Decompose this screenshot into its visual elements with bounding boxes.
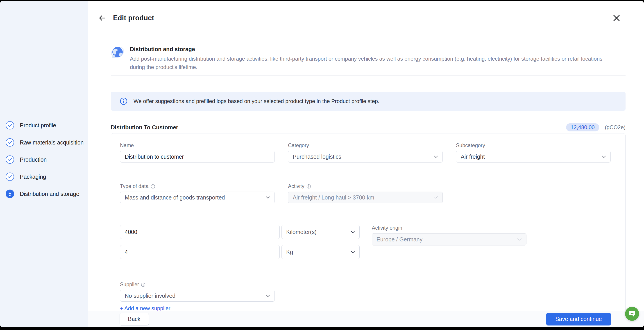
activity-select[interactable]: Air freight / Long haul > 3700 km xyxy=(288,192,443,203)
emission-unit: (gCO2e) xyxy=(605,124,626,131)
supplier-label: Supplier xyxy=(120,281,275,288)
info-banner: We offer suggestions and prefilled logs … xyxy=(111,92,626,111)
banner-text: We offer suggestions and prefilled logs … xyxy=(134,98,380,104)
row-type-activity: Type of data Mass and distance of goods … xyxy=(120,183,616,203)
sidebar-item-production[interactable]: Production xyxy=(6,155,84,164)
steps-sidebar: Product profile Raw materials acquisitio… xyxy=(0,1,88,327)
save-and-continue-button[interactable]: Save and continue xyxy=(546,313,611,325)
sidebar-item-product-profile[interactable]: Product profile xyxy=(6,121,84,130)
section-intro: Distribution and storage Add post-manufa… xyxy=(111,46,626,71)
activity-label: Activity xyxy=(288,183,443,189)
activity-origin-label: Activity origin xyxy=(372,225,526,231)
step-connector xyxy=(10,183,10,187)
chevron-down-icon xyxy=(351,251,355,253)
check-icon xyxy=(6,155,14,164)
screen: Product profile Raw materials acquisitio… xyxy=(0,0,644,330)
name-label: Name xyxy=(120,142,275,149)
step-label: Raw materials acquisition xyxy=(20,139,84,146)
check-icon xyxy=(6,138,14,147)
section-description: Add post-manufacturing distribution and … xyxy=(130,55,618,71)
name-input[interactable] xyxy=(120,151,275,163)
supplier-value: No supplier involved xyxy=(125,292,176,299)
activity-origin-select[interactable]: Europe / Germany xyxy=(372,233,526,245)
distance-row: Kilometer(s) xyxy=(120,225,360,239)
group-title: Distribution To Customer xyxy=(111,124,178,131)
step-label: Production xyxy=(20,156,47,163)
name-field-group: Name xyxy=(120,142,275,163)
sidebar-item-distribution-and-storage[interactable]: 5 Distribution and storage xyxy=(6,190,84,198)
subcategory-value: Air freight xyxy=(461,154,485,160)
supplier-field-group: Supplier No supplier involved + Add a ne… xyxy=(120,281,275,311)
info-icon xyxy=(120,97,128,105)
subcategory-label: Subcategory xyxy=(456,142,611,149)
check-icon xyxy=(6,121,14,130)
supplier-select[interactable]: No supplier involved xyxy=(120,290,275,301)
chevron-down-icon xyxy=(434,156,438,158)
group-heading-row: Distribution To Customer 12,480.00 (gCO2… xyxy=(111,123,626,131)
type-of-data-label-text: Type of data xyxy=(120,183,148,189)
mass-unit-select[interactable]: Kg xyxy=(282,245,360,259)
sidebar-item-packaging[interactable]: Packaging xyxy=(6,172,84,181)
distance-input[interactable] xyxy=(120,225,280,239)
close-icon[interactable] xyxy=(612,14,620,22)
info-icon xyxy=(306,184,311,189)
chevron-down-icon xyxy=(602,156,606,158)
category-field-group: Category Purchased logistics xyxy=(288,142,443,163)
stepper: Product profile Raw materials acquisitio… xyxy=(6,121,84,198)
supplier-label-text: Supplier xyxy=(120,281,139,288)
type-of-data-value: Mass and distance of goods transported xyxy=(125,194,225,201)
subcategory-select[interactable]: Air freight xyxy=(456,151,611,163)
modal-content: Distribution and storage Add post-manufa… xyxy=(88,35,644,311)
activity-label-text: Activity xyxy=(288,183,304,189)
step-connector xyxy=(10,166,10,170)
chat-launcher-button[interactable] xyxy=(625,307,639,321)
page-title: Edit product xyxy=(113,14,154,22)
chat-icon xyxy=(628,310,636,317)
row-quantities: Kilometer(s) Kg xyxy=(120,225,616,259)
chevron-down-icon xyxy=(434,196,438,199)
chevron-down-icon xyxy=(266,295,270,297)
type-of-data-select[interactable]: Mass and distance of goods transported xyxy=(120,192,275,203)
info-icon xyxy=(151,184,155,189)
step-connector xyxy=(10,149,10,153)
step-connector xyxy=(10,132,10,136)
quantities-column: Kilometer(s) Kg xyxy=(120,225,360,259)
chevron-down-icon xyxy=(266,196,270,199)
sidebar-item-raw-materials-acquisition[interactable]: Raw materials acquisition xyxy=(6,138,84,147)
main-panel: Edit product Distribution and storag xyxy=(88,1,644,327)
back-arrow-icon[interactable] xyxy=(97,13,107,23)
activity-origin-value: Europe / Germany xyxy=(376,236,422,243)
activity-origin-field-group: Activity origin Europe / Germany xyxy=(372,225,526,259)
chevron-down-icon xyxy=(351,231,355,233)
distance-unit-select[interactable]: Kilometer(s) xyxy=(282,225,360,239)
edit-product-modal: Product profile Raw materials acquisitio… xyxy=(0,1,644,327)
step-label: Product profile xyxy=(20,122,56,129)
globe-icon xyxy=(111,46,124,59)
category-value: Purchased logistics xyxy=(293,154,341,160)
activity-value: Air freight / Long haul > 3700 km xyxy=(293,194,374,201)
mass-input[interactable] xyxy=(120,245,280,259)
subcategory-field-group: Subcategory Air freight xyxy=(456,142,611,163)
section-intro-text: Distribution and storage Add post-manufa… xyxy=(130,46,618,71)
current-step-badge: 5 xyxy=(6,190,14,198)
distance-unit-value: Kilometer(s) xyxy=(286,229,316,235)
chevron-down-icon xyxy=(517,238,522,241)
activity-card: Name Category Purchased logistics Subcat… xyxy=(111,133,626,311)
step-label: Packaging xyxy=(20,174,46,180)
type-of-data-label: Type of data xyxy=(120,183,275,189)
row-name-category-subcategory: Name Category Purchased logistics Subcat… xyxy=(120,142,616,163)
emission-badge: 12,480.00 xyxy=(566,123,599,131)
section-title: Distribution and storage xyxy=(130,46,618,53)
activity-field-group: Activity Air freight / Long haul > 3700 … xyxy=(288,183,443,203)
back-button[interactable]: Back xyxy=(120,313,149,325)
mass-unit-value: Kg xyxy=(286,249,293,255)
check-icon xyxy=(6,172,14,181)
modal-header: Edit product xyxy=(88,1,644,35)
category-label: Category xyxy=(288,142,443,149)
modal-footer: Back Save and continue xyxy=(88,311,644,327)
type-of-data-field-group: Type of data Mass and distance of goods … xyxy=(120,183,275,203)
step-label: Distribution and storage xyxy=(20,191,79,197)
emission-summary: 12,480.00 (gCO2e) xyxy=(566,123,626,131)
category-select[interactable]: Purchased logistics xyxy=(288,151,443,163)
add-supplier-link[interactable]: + Add a new supplier xyxy=(120,305,170,311)
